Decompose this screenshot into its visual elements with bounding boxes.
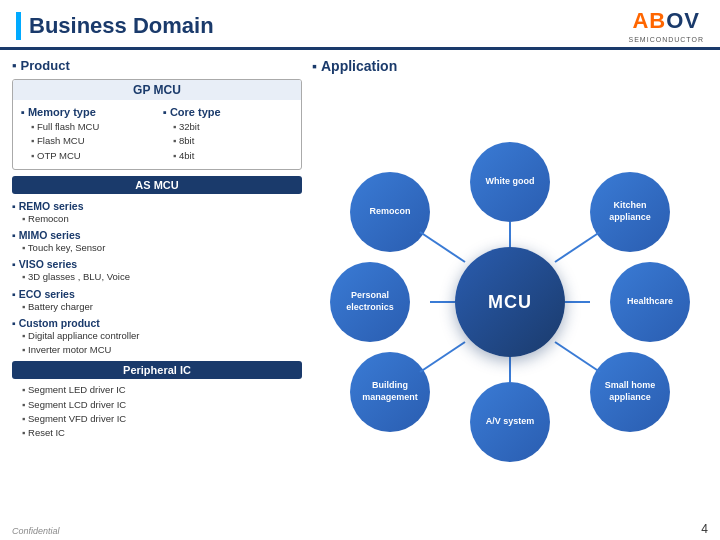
mimo-series-title: MIMO series (12, 229, 302, 241)
list-item: Inverter motor MCU (12, 343, 302, 357)
list-item: 32bit (163, 120, 293, 134)
peripheral-ic-title: Peripheral IC (20, 364, 294, 376)
as-mcu-box: AS MCU (12, 176, 302, 194)
list-item: 8bit (163, 134, 293, 148)
logo: ABOV SEMICONDUCTOR (629, 8, 704, 43)
eco-series: ECO series Battery charger (12, 288, 302, 314)
list-item: Full flash MCU (21, 120, 151, 134)
core-type-label: Core type (163, 106, 293, 118)
mcu-diagram: MCU White good Kitchen appliance Healthc… (340, 132, 680, 472)
viso-series-title: VISO series (12, 258, 302, 270)
memory-type-col: Memory type Full flash MCU Flash MCU OTP… (21, 106, 151, 163)
list-item: Reset IC (12, 426, 302, 440)
logo-subtitle: SEMICONDUCTOR (629, 36, 704, 43)
list-item: 4bit (163, 149, 293, 163)
svg-line-2 (555, 342, 600, 372)
main-content: Product GP MCU Memory type Full flash MC… (0, 50, 720, 530)
confidential-label: Confidential (12, 526, 60, 536)
list-item: Touch key, Sensor (12, 241, 302, 255)
list-item: Segment LCD driver IC (12, 398, 302, 412)
mcu-center: MCU (455, 247, 565, 357)
svg-line-4 (420, 342, 465, 372)
list-item: 3D glasses , BLU, Voice (12, 270, 302, 284)
custom-product-title: Custom product (12, 317, 302, 329)
list-item: Segment VFD driver IC (12, 412, 302, 426)
gp-mcu-content: Memory type Full flash MCU Flash MCU OTP… (21, 106, 293, 163)
list-item: Remocon (12, 212, 302, 226)
list-item: Segment LED driver IC (12, 383, 302, 397)
core-type-col: Core type 32bit 8bit 4bit (163, 106, 293, 163)
list-item: Digital appliance controller (12, 329, 302, 343)
eco-series-title: ECO series (12, 288, 302, 300)
left-panel: Product GP MCU Memory type Full flash MC… (12, 58, 302, 522)
application-section-title: Application (312, 58, 708, 74)
gp-mcu-box: GP MCU Memory type Full flash MCU Flash … (12, 79, 302, 170)
mimo-series: MIMO series Touch key, Sensor (12, 229, 302, 255)
header: Business Domain ABOV SEMICONDUCTOR (0, 0, 720, 50)
right-panel: Application (312, 58, 708, 522)
custom-product: Custom product Digital appliance control… (12, 317, 302, 358)
logo-text: ABOV (629, 8, 704, 34)
logo-ov: OV (666, 8, 700, 33)
list-item: Flash MCU (21, 134, 151, 148)
svg-line-1 (555, 232, 600, 262)
mcu-label: MCU (488, 292, 532, 313)
list-item: Battery charger (12, 300, 302, 314)
gp-mcu-title: GP MCU (13, 80, 301, 100)
product-section-title: Product (12, 58, 302, 73)
list-item: OTP MCU (21, 149, 151, 163)
page-title: Business Domain (16, 12, 214, 40)
peripheral-ic-box: Peripheral IC (12, 361, 302, 379)
remo-series-title: REMO series (12, 200, 302, 212)
svg-line-6 (420, 232, 465, 262)
as-mcu-title: AS MCU (20, 179, 294, 191)
application-diagram: MCU White good Kitchen appliance Healthc… (312, 82, 708, 522)
logo-ab: AB (632, 8, 666, 33)
memory-type-label: Memory type (21, 106, 151, 118)
page-number: 4 (701, 522, 708, 536)
remo-series: REMO series Remocon (12, 200, 302, 226)
viso-series: VISO series 3D glasses , BLU, Voice (12, 258, 302, 284)
